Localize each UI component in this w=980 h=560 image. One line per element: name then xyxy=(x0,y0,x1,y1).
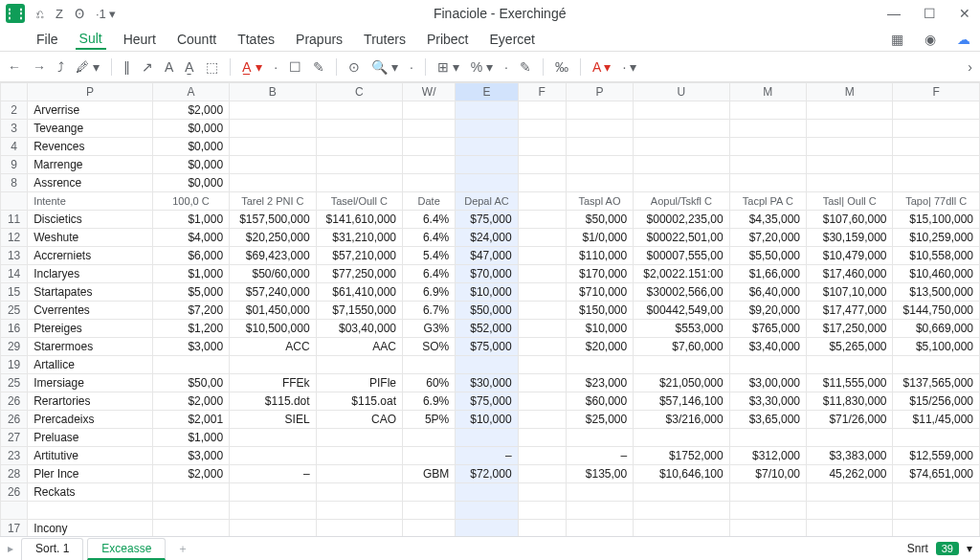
cell[interactable] xyxy=(456,483,518,502)
grid-icon[interactable]: ▦ xyxy=(887,30,907,49)
cell[interactable]: $52,000 xyxy=(456,320,518,338)
cell[interactable]: $12,559,000 xyxy=(893,447,980,465)
tabs-prev-icon[interactable]: ▸ xyxy=(8,542,13,555)
cloud-icon[interactable]: ☁ xyxy=(953,30,974,49)
cell[interactable] xyxy=(566,138,633,156)
cell[interactable]: Taspl AO xyxy=(566,192,633,211)
spreadsheet-grid[interactable]: PABCW/EFPUMMF2Arverrise$2,0003Teveange$0… xyxy=(0,82,980,536)
cell[interactable]: $7,60,000 xyxy=(634,338,729,356)
cell[interactable] xyxy=(316,429,402,447)
cell[interactable]: Starermoes xyxy=(28,338,153,356)
cell[interactable]: $75,000 xyxy=(456,392,518,411)
cell[interactable]: $0,000 xyxy=(152,156,229,174)
cell[interactable]: $2,001 xyxy=(152,411,229,429)
column-header[interactable]: C xyxy=(316,83,402,101)
row-header[interactable]: 26 xyxy=(1,483,28,502)
cell[interactable] xyxy=(807,429,893,447)
cell[interactable]: $10,460,000 xyxy=(893,265,980,283)
row-header[interactable]: 26 xyxy=(1,411,28,429)
cell[interactable] xyxy=(316,174,402,192)
cell[interactable]: $74,651,000 xyxy=(893,465,980,483)
quick-item[interactable]: ⎌ xyxy=(36,7,44,21)
cell[interactable] xyxy=(893,156,980,174)
toolbar-button[interactable]: ☐ xyxy=(289,59,301,75)
cell[interactable] xyxy=(566,520,633,537)
cell[interactable]: $1,200 xyxy=(152,320,229,338)
cell[interactable] xyxy=(518,374,566,392)
cell[interactable] xyxy=(456,502,518,520)
cell[interactable]: $57,146,100 xyxy=(634,392,729,411)
cell[interactable]: $70,000 xyxy=(456,265,518,283)
cell[interactable]: $2,000 xyxy=(152,392,229,411)
column-header[interactable]: F xyxy=(518,83,566,101)
cell[interactable] xyxy=(230,429,316,447)
cell[interactable] xyxy=(403,520,456,537)
toolbar-button[interactable]: ⬚ xyxy=(206,59,218,75)
cell[interactable]: $6,000 xyxy=(152,247,229,265)
cell[interactable] xyxy=(893,429,980,447)
cell[interactable]: $7,1550,000 xyxy=(316,302,402,320)
cell[interactable] xyxy=(729,483,806,502)
row-header[interactable] xyxy=(1,192,28,211)
menu-heurt[interactable]: Heurt xyxy=(120,30,160,49)
cell[interactable]: Incony xyxy=(28,520,153,537)
cell[interactable] xyxy=(729,138,806,156)
cell[interactable]: $6,40,000 xyxy=(729,283,806,302)
cell[interactable] xyxy=(893,356,980,374)
toolbar-button[interactable]: ⤴ xyxy=(57,59,64,75)
cell[interactable]: $1752,000 xyxy=(634,447,729,465)
cell[interactable] xyxy=(807,101,893,120)
cell[interactable]: Revences xyxy=(28,138,153,156)
row-header[interactable]: 29 xyxy=(1,338,28,356)
cell[interactable]: $3/216,000 xyxy=(634,411,729,429)
quick-item[interactable]: ʘ xyxy=(75,7,84,21)
cell[interactable]: $75,000 xyxy=(456,338,518,356)
row-header[interactable]: 25 xyxy=(1,302,28,320)
cell[interactable]: GBM xyxy=(403,465,456,483)
cell[interactable]: G3% xyxy=(403,320,456,338)
close-icon[interactable]: ✕ xyxy=(955,6,974,21)
cell[interactable] xyxy=(456,120,518,138)
cell[interactable]: $61,410,000 xyxy=(316,283,402,302)
column-header[interactable]: W/ xyxy=(403,83,456,101)
cell[interactable]: $01,450,000 xyxy=(230,302,316,320)
cell[interactable]: $5,50,000 xyxy=(729,247,806,265)
cell[interactable] xyxy=(634,520,729,537)
cell[interactable] xyxy=(518,138,566,156)
cell[interactable]: – xyxy=(566,447,633,465)
cell[interactable]: – xyxy=(456,447,518,465)
cell[interactable] xyxy=(456,174,518,192)
cell[interactable] xyxy=(403,101,456,120)
cell[interactable] xyxy=(316,356,402,374)
cell[interactable]: 6.4% xyxy=(403,229,456,247)
cell[interactable]: Ptereiges xyxy=(28,320,153,338)
cell[interactable]: $5,265,000 xyxy=(807,338,893,356)
cell[interactable] xyxy=(566,156,633,174)
cell[interactable]: $0,000 xyxy=(152,120,229,138)
cell[interactable] xyxy=(403,447,456,465)
column-header[interactable]: E xyxy=(456,83,518,101)
cell[interactable] xyxy=(518,120,566,138)
menu-pribect[interactable]: Pribect xyxy=(423,30,473,49)
cell[interactable] xyxy=(893,483,980,502)
toolbar-button[interactable]: 🖉 ▾ xyxy=(76,59,100,75)
user-icon[interactable]: ◉ xyxy=(921,30,940,49)
cell[interactable] xyxy=(403,138,456,156)
minimize-icon[interactable]: — xyxy=(883,6,904,21)
cell[interactable]: $1/0,000 xyxy=(566,229,633,247)
cell[interactable] xyxy=(807,156,893,174)
cell[interactable] xyxy=(152,483,229,502)
cell[interactable] xyxy=(230,101,316,120)
cell[interactable]: Discietics xyxy=(28,211,153,229)
cell[interactable] xyxy=(456,429,518,447)
cell[interactable]: Tarel 2 PNI C xyxy=(230,192,316,211)
cell[interactable] xyxy=(566,502,633,520)
row-header[interactable]: 27 xyxy=(1,429,28,447)
cell[interactable]: $115.oat xyxy=(316,392,402,411)
cell[interactable]: Aopul/Tskfl C xyxy=(634,192,729,211)
cell[interactable]: $24,000 xyxy=(456,229,518,247)
cell[interactable] xyxy=(230,520,316,537)
cell[interactable]: $20,000 xyxy=(566,338,633,356)
cell[interactable] xyxy=(729,174,806,192)
cell[interactable] xyxy=(316,120,402,138)
